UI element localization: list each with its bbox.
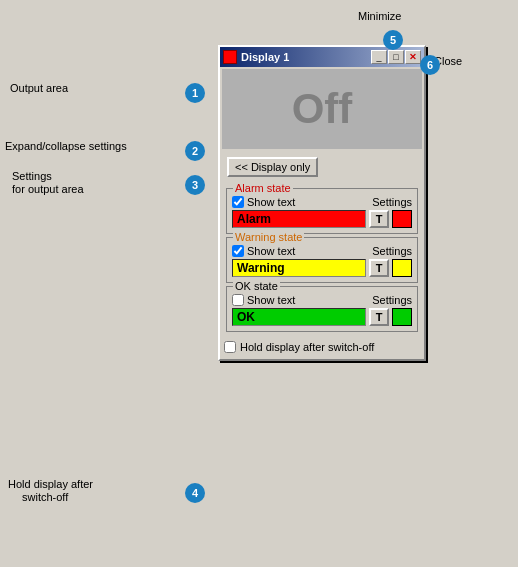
warning-show-text-checkbox[interactable] [232,245,244,257]
hold-display-label2: switch-off [22,491,68,503]
output-area-bubble: 1 [185,83,205,103]
warning-t-button[interactable]: T [369,259,389,277]
hold-display-label: Hold display after switch-off [240,341,374,353]
title-bar: Display 1 _ □ ✕ [220,47,424,67]
warning-state-group: Warning state Show text Settings Warning… [226,237,418,283]
hold-display-section: Hold display after switch-off [224,341,420,353]
ok-text-box: OK [232,308,366,326]
alarm-state-group: Alarm state Show text Settings Alarm T [226,188,418,234]
expand-collapse-bubble: 2 [185,141,205,161]
warning-show-text-row: Show text Settings [232,245,412,257]
ok-value-row: OK T [232,308,412,326]
window-icon [223,50,237,64]
output-area-label: Output area [10,82,68,94]
close-bubble: 6 [420,55,440,75]
ok-color-swatch[interactable] [392,308,412,326]
settings-output-label2: for output area [12,183,84,195]
settings-section: Alarm state Show text Settings Alarm T W… [220,183,424,337]
warning-text-box: Warning [232,259,366,277]
ok-show-text-checkbox[interactable] [232,294,244,306]
alarm-show-text-checkbox[interactable] [232,196,244,208]
warning-state-label: Warning state [233,231,304,243]
ok-show-text-label: Show text [247,294,295,306]
alarm-color-swatch[interactable] [392,210,412,228]
ok-t-button[interactable]: T [369,308,389,326]
hold-display-bubble: 4 [185,483,205,503]
main-window: Display 1 _ □ ✕ Off << Display only Alar… [218,45,426,361]
alarm-state-label: Alarm state [233,182,293,194]
output-area: Off [222,69,422,149]
minimize-annotation-label: Minimize [358,10,401,22]
hold-display-label1: Hold display after [8,478,93,490]
hold-display-checkbox[interactable] [224,341,236,353]
output-display-text: Off [292,85,353,133]
warning-show-text-check: Show text [232,245,295,257]
warning-show-text-label: Show text [247,245,295,257]
title-bar-buttons: _ □ ✕ [371,50,421,64]
settings-output-label1: Settings [12,170,52,182]
warning-settings-label: Settings [372,245,412,257]
alarm-settings-label: Settings [372,196,412,208]
ok-state-group: OK state Show text Settings OK T [226,286,418,332]
window-title: Display 1 [241,51,371,63]
ok-state-label: OK state [233,280,280,292]
minimize-bubble: 5 [383,30,403,50]
restore-button[interactable]: □ [388,50,404,64]
ok-settings-label: Settings [372,294,412,306]
ok-show-text-check: Show text [232,294,295,306]
expand-collapse-label: Expand/collapse settings [5,140,127,152]
display-only-button[interactable]: << Display only [227,157,318,177]
ok-show-text-row: Show text Settings [232,294,412,306]
close-button[interactable]: ✕ [405,50,421,64]
alarm-show-text-check: Show text [232,196,295,208]
alarm-text-box: Alarm [232,210,366,228]
minimize-button[interactable]: _ [371,50,387,64]
warning-color-swatch[interactable] [392,259,412,277]
alarm-show-text-row: Show text Settings [232,196,412,208]
warning-value-row: Warning T [232,259,412,277]
alarm-t-button[interactable]: T [369,210,389,228]
settings-output-bubble: 3 [185,175,205,195]
alarm-show-text-label: Show text [247,196,295,208]
alarm-value-row: Alarm T [232,210,412,228]
